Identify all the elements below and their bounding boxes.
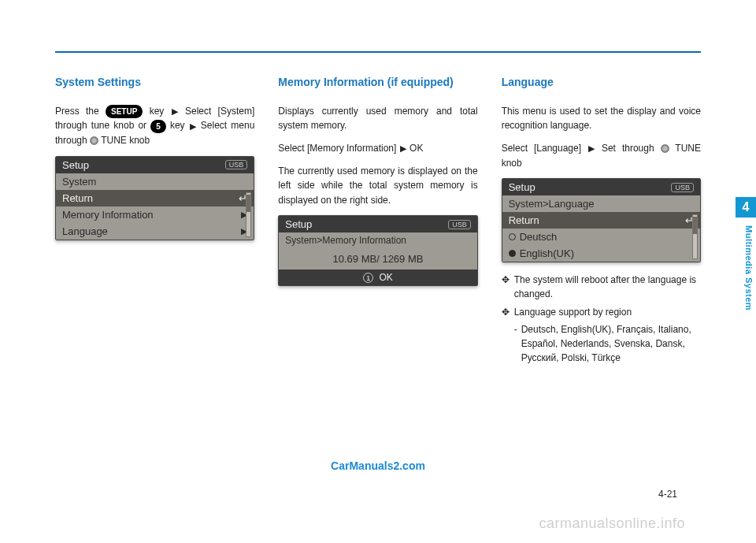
menu-row-language: Language ▶ xyxy=(56,223,254,240)
scrollbar-thumb xyxy=(693,217,697,234)
text: Set through xyxy=(602,143,661,154)
language-description: This menu is used to set the display and… xyxy=(502,104,701,133)
text: key xyxy=(170,120,185,131)
breadcrumb: System>Language xyxy=(502,195,700,212)
key-5-pill: 5 xyxy=(150,120,166,134)
text: Select [Language] xyxy=(502,143,581,154)
triangle-right-icon: ▶ xyxy=(587,142,595,155)
screen-body: System Return ↵ Memory Information ▶ Lan… xyxy=(56,173,254,240)
radio-unselected-icon xyxy=(509,233,516,240)
heading-system-settings: System Settings xyxy=(55,75,254,90)
column-memory-information: Memory Information (if equipped) Display… xyxy=(278,75,477,370)
watermark: carmanualsonline.info xyxy=(539,515,685,532)
text: Select [Memory Information] xyxy=(278,143,396,154)
memory-explanation: The currently used memory is displayed o… xyxy=(278,164,477,208)
screenshot-memory-info: Setup USB System>Memory Information 10.6… xyxy=(278,215,477,286)
menu-row-deutsch: Deutsch xyxy=(502,229,700,245)
scrollbar-thumb xyxy=(246,195,250,212)
menu-row-return: Return ↵ xyxy=(56,190,254,206)
chapter-tab-title: Multimedia System xyxy=(744,225,754,311)
text: TUNE knob xyxy=(101,135,150,146)
row-label: Return xyxy=(509,214,539,226)
screen-title-bar: Setup USB xyxy=(502,179,700,195)
manual-page: System Settings Press the SETUP key ▶ Se… xyxy=(55,0,701,370)
screenshot-system-menu: Setup USB System Return ↵ Memory Informa… xyxy=(55,156,254,240)
row-label: Memory Information xyxy=(62,209,154,221)
triangle-right-icon: ▶ xyxy=(399,142,407,155)
screen-body: System>Language Return ↵ Deutsch English… xyxy=(502,195,700,262)
language-list-item: - Deutsch, English(UK), Français, Italia… xyxy=(514,322,701,365)
row-label: Deutsch xyxy=(520,231,558,243)
system-settings-instructions: Press the SETUP key ▶ Select [System] th… xyxy=(55,104,254,148)
usb-badge: USB xyxy=(671,183,694,192)
menu-row-english-uk: English(UK) xyxy=(502,245,700,262)
menu-row-return: Return ↵ xyxy=(502,212,700,229)
maltese-cross-icon: ✥ xyxy=(502,273,510,301)
tune-knob-icon xyxy=(90,136,98,145)
header-rule xyxy=(55,51,701,53)
language-list: - Deutsch, English(UK), Français, Italia… xyxy=(514,322,701,365)
heading-memory-information: Memory Information (if equipped) xyxy=(278,75,477,90)
screen-title: Setup xyxy=(509,181,536,193)
maltese-cross-icon: ✥ xyxy=(502,306,510,365)
language-select-instruction: Select [Language] ▶ Set through TUNE kno… xyxy=(502,141,701,170)
note-language-support: ✥ Language support by region - Deutsch, … xyxy=(502,306,701,365)
note-reboot: ✥ The system will reboot after the langu… xyxy=(502,273,701,301)
triangle-right-icon: ▶ xyxy=(189,120,197,133)
column-system-settings: System Settings Press the SETUP key ▶ Se… xyxy=(55,75,254,370)
ok-bar: 1 OK xyxy=(279,270,476,285)
text: Press the xyxy=(55,106,106,117)
dash-icon: - xyxy=(514,322,517,365)
screen-title: Setup xyxy=(62,159,89,171)
row-label: English(UK) xyxy=(520,247,574,259)
screen-title: Setup xyxy=(285,218,312,230)
content-columns: System Settings Press the SETUP key ▶ Se… xyxy=(55,75,701,370)
text: key xyxy=(150,106,165,117)
screen-title-bar: Setup USB xyxy=(56,157,254,173)
scrollbar xyxy=(246,192,251,237)
language-notes: ✥ The system will reboot after the langu… xyxy=(502,273,701,365)
tune-knob-icon xyxy=(661,144,669,153)
setup-key-pill: SETUP xyxy=(106,105,143,119)
memory-value: 10.69 MB/ 1269 MB xyxy=(279,248,476,270)
radio-selected-icon xyxy=(509,250,516,257)
memory-select-instruction: Select [Memory Information] ▶ OK xyxy=(278,141,477,156)
note-title: Language support by region xyxy=(514,307,632,318)
heading-language: Language xyxy=(502,75,701,90)
screen-title-bar: Setup USB xyxy=(279,216,476,232)
memory-description: Displays currently used memory and total… xyxy=(278,104,477,133)
screenshot-language-menu: Setup USB System>Language Return ↵ Deuts… xyxy=(502,178,701,262)
usb-badge: USB xyxy=(225,160,248,169)
note-text: The system will reboot after the languag… xyxy=(514,273,701,301)
page-number: 4-21 xyxy=(658,489,677,500)
row-label: Return xyxy=(62,192,93,204)
button-1-icon: 1 xyxy=(363,273,373,283)
chapter-tab: 4 xyxy=(736,197,756,218)
ok-label: OK xyxy=(379,272,392,283)
note-text: Language support by region - Deutsch, En… xyxy=(514,306,701,365)
column-language: Language This menu is used to set the di… xyxy=(502,75,701,370)
breadcrumb: System xyxy=(56,173,254,190)
triangle-right-icon: ▶ xyxy=(171,105,179,118)
row-label: Language xyxy=(62,225,108,237)
scrollbar xyxy=(692,214,698,259)
breadcrumb: System>Memory Information xyxy=(279,232,476,248)
language-list-text: Deutsch, English(UK), Français, Italiano… xyxy=(521,322,701,365)
text: OK xyxy=(410,143,423,154)
usb-badge: USB xyxy=(448,220,471,229)
source-link[interactable]: CarManuals2.com xyxy=(331,459,425,472)
menu-row-memory-information: Memory Information ▶ xyxy=(56,206,254,223)
